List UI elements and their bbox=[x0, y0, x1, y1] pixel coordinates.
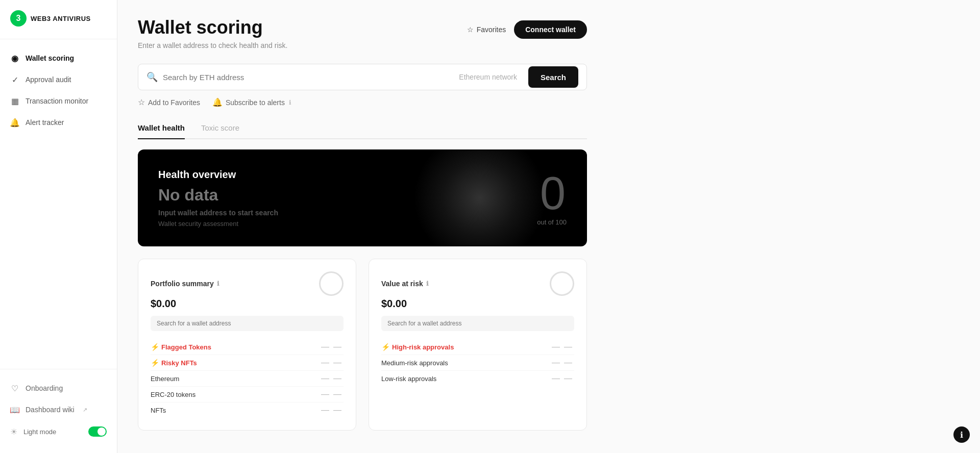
search-button[interactable]: Search bbox=[528, 66, 578, 88]
action-row: ☆ Add to Favorites 🔔 Subscribe to alerts… bbox=[138, 97, 587, 107]
search-icon: 🔍 bbox=[146, 71, 158, 83]
search-bar: 🔍 Ethereum network Search bbox=[138, 64, 587, 90]
tab-wallet-health[interactable]: Wallet health bbox=[138, 118, 185, 139]
row-val-2: — bbox=[331, 406, 344, 415]
transaction-monitor-icon: ▦ bbox=[10, 96, 19, 106]
sidebar-item-label: Wallet scoring bbox=[26, 54, 74, 62]
approval-audit-icon: ✓ bbox=[10, 75, 19, 84]
health-assessment: Wallet security assessment bbox=[158, 220, 278, 228]
row-val-2: — bbox=[562, 358, 574, 367]
sidebar-item-wallet-scoring[interactable]: ◉ Wallet scoring bbox=[0, 47, 117, 69]
page-title-block: Wallet scoring Enter a wallet address to… bbox=[138, 16, 287, 49]
row-val-2: — bbox=[562, 374, 574, 383]
table-row: Low-risk approvals — — bbox=[381, 371, 574, 386]
portfolio-card-header: Portfolio summary ℹ bbox=[151, 271, 344, 296]
value-at-risk-value: $0.00 bbox=[381, 298, 574, 310]
subscribe-info-icon: ℹ bbox=[289, 99, 291, 106]
sidebar-item-approval-audit[interactable]: ✓ Approval audit bbox=[0, 69, 117, 90]
sidebar-item-transaction-monitor[interactable]: ▦ Transaction monitor bbox=[0, 90, 117, 112]
toggle-knob bbox=[97, 427, 106, 436]
row-label: ERC-20 tokens bbox=[151, 391, 319, 398]
value-at-risk-table: ⚡ High-risk approvals — — Medium-risk ap… bbox=[381, 339, 574, 386]
sidebar-item-dashboard-wiki[interactable]: 📖 Dashboard wiki ↗ bbox=[0, 399, 117, 420]
health-glow bbox=[413, 149, 546, 246]
portfolio-card-title: Portfolio summary ℹ bbox=[151, 280, 219, 288]
theme-label: Light mode bbox=[23, 428, 82, 436]
info-icon: ℹ bbox=[960, 430, 963, 440]
row-label: Low-risk approvals bbox=[381, 375, 550, 383]
portfolio-table: ⚡ Flagged Tokens — — ⚡ Risky NFTs — — bbox=[151, 339, 344, 418]
row-val-2: — bbox=[331, 390, 344, 399]
sidebar-item-onboarding[interactable]: ♡ Onboarding bbox=[0, 377, 117, 399]
theme-toggle[interactable] bbox=[88, 426, 107, 437]
health-score-suffix: out of 100 bbox=[537, 218, 567, 226]
sidebar: 3 WEB3 ANTIVIRUS ◉ Wallet scoring ✓ Appr… bbox=[0, 0, 117, 453]
row-val-1: — bbox=[319, 406, 331, 415]
row-label: ⚡ High-risk approvals bbox=[381, 343, 550, 351]
table-row: ⚡ High-risk approvals — — bbox=[381, 339, 574, 355]
health-prompt: Input wallet address to start search bbox=[158, 209, 278, 217]
table-row: ⚡ Flagged Tokens — — bbox=[151, 339, 344, 355]
portfolio-search-input[interactable] bbox=[151, 316, 344, 331]
lightning-icon: ⚡ bbox=[381, 343, 390, 351]
subscribe-alerts-button[interactable]: 🔔 Subscribe to alerts ℹ bbox=[212, 97, 291, 107]
star-icon: ☆ bbox=[138, 97, 145, 107]
logo-text: WEB3 ANTIVIRUS bbox=[31, 15, 91, 22]
sidebar-nav: ◉ Wallet scoring ✓ Approval audit ▦ Tran… bbox=[0, 39, 117, 369]
row-val-2: — bbox=[562, 342, 574, 351]
subscribe-alerts-label: Subscribe to alerts bbox=[226, 98, 285, 107]
favorites-button[interactable]: ☆ Favorites bbox=[467, 26, 506, 34]
value-at-risk-info-icon: ℹ bbox=[426, 280, 429, 287]
value-at-risk-search-input[interactable] bbox=[381, 316, 574, 331]
page-header: Wallet scoring Enter a wallet address to… bbox=[138, 16, 587, 49]
health-overview-title: Health overview bbox=[158, 169, 278, 181]
row-label: Ethereum bbox=[151, 375, 319, 383]
connect-wallet-button[interactable]: Connect wallet bbox=[514, 20, 587, 39]
health-no-data: No data bbox=[158, 186, 278, 205]
help-info-button[interactable]: ℹ bbox=[953, 426, 970, 443]
page-title: Wallet scoring bbox=[138, 16, 287, 38]
row-val-1: — bbox=[550, 374, 562, 383]
value-at-risk-title-text: Value at risk bbox=[381, 280, 423, 288]
portfolio-title-text: Portfolio summary bbox=[151, 280, 214, 288]
summary-cards-row: Portfolio summary ℹ $0.00 ⚡ Flagged Toke… bbox=[138, 259, 587, 431]
search-input[interactable] bbox=[163, 73, 454, 82]
health-score-value: 0 bbox=[540, 170, 564, 216]
tabs: Wallet health Toxic score bbox=[138, 118, 587, 139]
favorites-label: Favorites bbox=[477, 26, 506, 34]
table-row: Medium-risk approvals — — bbox=[381, 355, 574, 371]
value-at-risk-circle bbox=[550, 271, 574, 296]
value-at-risk-card: Value at risk ℹ $0.00 ⚡ High-risk approv… bbox=[369, 259, 587, 431]
row-val-2: — bbox=[331, 358, 344, 367]
sidebar-item-label: Alert tracker bbox=[26, 118, 64, 127]
row-val-1: — bbox=[319, 358, 331, 367]
portfolio-summary-card: Portfolio summary ℹ $0.00 ⚡ Flagged Toke… bbox=[138, 259, 356, 431]
sidebar-item-alert-tracker[interactable]: 🔔 Alert tracker bbox=[0, 112, 117, 133]
add-favorites-button[interactable]: ☆ Add to Favorites bbox=[138, 97, 200, 107]
header-actions: ☆ Favorites Connect wallet bbox=[467, 20, 587, 39]
sidebar-bottom: ♡ Onboarding 📖 Dashboard wiki ↗ ☀ Light … bbox=[0, 369, 117, 453]
row-val-1: — bbox=[319, 390, 331, 399]
table-row: Ethereum — — bbox=[151, 371, 344, 387]
table-row: NFTs — — bbox=[151, 402, 344, 418]
value-at-risk-title: Value at risk ℹ bbox=[381, 280, 429, 288]
lightning-icon: ⚡ bbox=[151, 359, 159, 367]
row-val-2: — bbox=[331, 342, 344, 351]
health-text-block: Health overview No data Input wallet add… bbox=[158, 169, 278, 228]
bell-icon: 🔔 bbox=[212, 97, 223, 107]
portfolio-value: $0.00 bbox=[151, 298, 344, 310]
row-label: Medium-risk approvals bbox=[381, 359, 550, 367]
sun-icon: ☀ bbox=[10, 427, 17, 437]
tab-toxic-score[interactable]: Toxic score bbox=[201, 118, 239, 139]
theme-toggle-row: ☀ Light mode bbox=[0, 420, 117, 443]
row-val-1: — bbox=[319, 374, 331, 383]
main-content: Wallet scoring Enter a wallet address to… bbox=[117, 0, 980, 453]
logo: 3 WEB3 ANTIVIRUS bbox=[0, 0, 117, 39]
row-label: NFTs bbox=[151, 407, 319, 414]
sidebar-item-label: Dashboard wiki bbox=[26, 406, 75, 414]
onboarding-icon: ♡ bbox=[10, 384, 19, 393]
sidebar-item-label: Onboarding bbox=[26, 384, 63, 392]
portfolio-info-icon: ℹ bbox=[217, 280, 219, 287]
wallet-scoring-icon: ◉ bbox=[10, 54, 19, 63]
portfolio-circle bbox=[319, 271, 344, 296]
